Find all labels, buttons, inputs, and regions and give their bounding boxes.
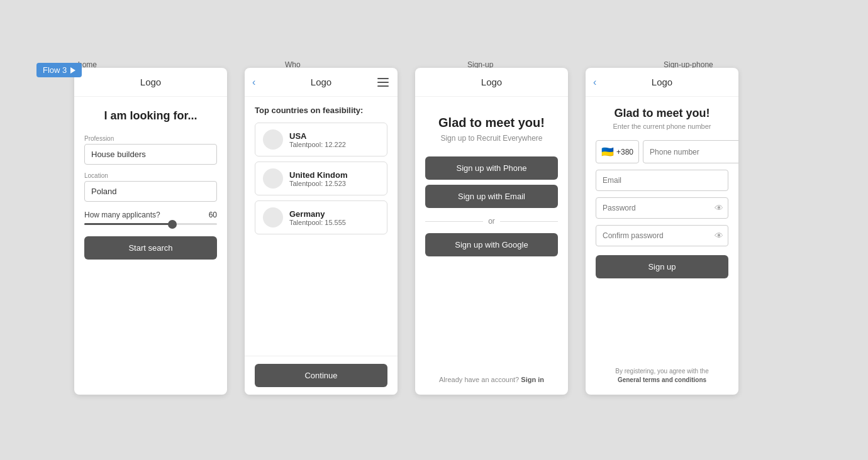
logo-bar-phone: ‹ Logo (586, 68, 738, 97)
signin-row: Already have an account? Sign in (415, 376, 568, 383)
signup-google-button[interactable]: Sign up with Google (425, 233, 558, 256)
home-title: I am looking for... (84, 109, 217, 123)
divider-line-right (500, 221, 558, 222)
signin-text: Already have an account? (439, 376, 519, 383)
logo-phone: Logo (652, 77, 672, 87)
country-info-uk: United Kindom Talentpool: 12.523 (289, 170, 347, 187)
confirm-password-input[interactable] (596, 225, 728, 246)
slider-thumb[interactable] (168, 220, 177, 229)
eye-icon-password[interactable]: 👁 (715, 203, 723, 213)
terms-prefix: By registering, you agree with the (615, 368, 708, 375)
country-name-usa: USA (289, 131, 346, 141)
phone-row: 🇺🇦 +380 (596, 140, 728, 163)
country-card-de[interactable]: Germany Talentpool: 15.555 (255, 200, 387, 234)
back-arrow-icon: ‹ (252, 77, 255, 88)
country-avatar-uk (263, 168, 283, 189)
logo-home: Logo (140, 77, 161, 87)
profession-label: Profession (84, 135, 217, 142)
country-code: +380 (616, 148, 633, 156)
location-field: Location Poland (84, 172, 217, 202)
divider-text: or (488, 217, 495, 226)
signin-link[interactable]: Sign in (521, 376, 544, 383)
profession-input[interactable]: House builders (84, 144, 217, 165)
logo-signup: Logo (481, 77, 502, 87)
who-content: Top countries on feasibility: USA Talent… (245, 97, 398, 248)
password-field: 👁 (596, 197, 728, 219)
logo-bar-signup: Logo (415, 68, 568, 97)
continue-bar: Continue (245, 356, 398, 395)
country-card-uk[interactable]: United Kindom Talentpool: 12.523 (255, 162, 387, 195)
continue-button[interactable]: Continue (255, 364, 387, 387)
country-info-de: Germany Talentpool: 15.555 (289, 209, 346, 226)
phone-title: Glad to meet you! (596, 107, 728, 120)
applicants-value: 60 (209, 211, 217, 219)
flow-tag[interactable]: Flow 3 (36, 63, 82, 77)
profession-field: Profession House builders (84, 135, 217, 165)
screen-who: ‹ Logo Top countries on feasibility: USA… (245, 68, 398, 395)
country-pool-de: Talentpool: 15.555 (289, 219, 346, 226)
applicants-row: How many applicants? 60 (84, 211, 217, 219)
screen-signup-phone: ‹ Logo Glad to meet you! Enter the curre… (586, 68, 738, 395)
phone-content: Glad to meet you! Enter the current phon… (586, 97, 738, 288)
password-input[interactable] (596, 197, 728, 219)
slider-fill (84, 223, 170, 225)
country-pool-usa: Talentpool: 12.222 (289, 141, 346, 148)
signup-submit-button[interactable]: Sign up (596, 255, 728, 278)
screens-container: Logo I am looking for... Profession Hous… (74, 68, 738, 395)
country-card-usa[interactable]: USA Talentpool: 12.222 (255, 123, 387, 156)
logo-who: Logo (311, 77, 331, 87)
flag-icon: 🇺🇦 (601, 146, 614, 158)
start-search-button[interactable]: Start search (84, 236, 217, 260)
applicants-label: How many applicants? (84, 211, 160, 219)
logo-bar-who: ‹ Logo (245, 68, 398, 97)
menu-line-2 (377, 82, 389, 83)
country-avatar-de (263, 207, 283, 227)
flag-code-selector[interactable]: 🇺🇦 +380 (596, 140, 639, 163)
email-input[interactable] (596, 170, 728, 191)
country-name-uk: United Kindom (289, 170, 347, 180)
play-icon (70, 67, 75, 74)
location-input[interactable]: Poland (84, 181, 217, 202)
meet-title: Glad to meet you! (438, 116, 545, 130)
signup-phone-button[interactable]: Sign up with Phone (425, 156, 558, 180)
meet-subtitle: Sign up to Recruit Everywhere (440, 134, 542, 143)
back-button-who[interactable]: ‹ (252, 77, 255, 88)
country-pool-uk: Talentpool: 12.523 (289, 180, 347, 187)
divider-row: or (425, 217, 558, 226)
screen-signup: Logo Glad to meet you! Sign up to Recrui… (415, 68, 568, 395)
country-name-de: Germany (289, 209, 346, 219)
screen-home: Logo I am looking for... Profession Hous… (74, 68, 227, 395)
confirm-password-field: 👁 (596, 225, 728, 246)
location-label: Location (84, 172, 217, 179)
country-info-usa: USA Talentpool: 12.222 (289, 131, 346, 148)
home-content: I am looking for... Profession House bui… (74, 97, 227, 272)
phone-number-input[interactable] (643, 140, 738, 163)
back-button-phone[interactable]: ‹ (593, 77, 596, 88)
terms-text: By registering, you agree with the Gener… (596, 367, 728, 385)
terms-link[interactable]: General terms and conditions (618, 376, 706, 383)
signup-email-button[interactable]: Sign up with Email (425, 185, 558, 208)
menu-line-1 (377, 78, 389, 79)
eye-icon-confirm[interactable]: 👁 (715, 231, 723, 241)
menu-line-3 (377, 85, 389, 87)
who-title: Top countries on feasibility: (255, 106, 387, 115)
signup-content: Glad to meet you! Sign up to Recruit Eve… (415, 97, 568, 266)
flow-tag-label: Flow 3 (43, 65, 67, 75)
phone-subtitle: Enter the current phone number (596, 123, 728, 130)
back-arrow-icon-phone: ‹ (593, 77, 596, 88)
logo-bar-home: Logo (74, 68, 227, 97)
divider-line-left (425, 221, 483, 222)
menu-icon[interactable] (377, 78, 389, 87)
country-avatar-usa (263, 129, 283, 150)
slider-track[interactable] (84, 223, 217, 225)
